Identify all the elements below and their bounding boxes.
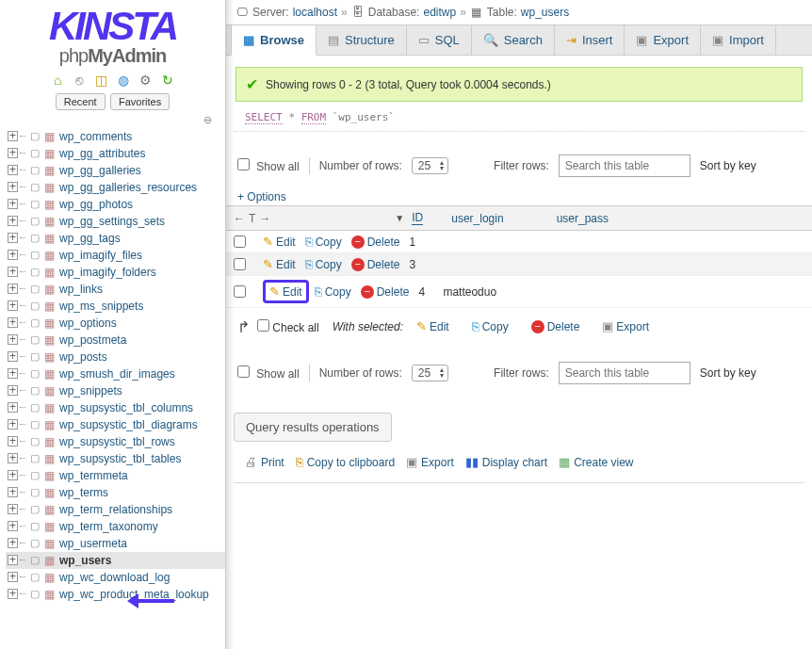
table-tree-item[interactable]: +▢▦wp_imagify_folders (6, 264, 225, 281)
new-window-icon[interactable]: ▢ (28, 350, 41, 364)
expand-icon[interactable]: + (8, 351, 18, 362)
showall-checkbox[interactable]: Show all (237, 158, 300, 173)
table-tree-item[interactable]: +▢▦wp_usermeta (6, 535, 225, 552)
favorites-button[interactable]: Favorites (110, 93, 170, 110)
expand-icon[interactable]: + (8, 402, 18, 413)
rows-select-bottom[interactable]: 25▴▾ (412, 365, 448, 381)
qro-clipboard[interactable]: ⎘Copy to clipboard (296, 455, 395, 469)
expand-icon[interactable]: + (8, 419, 18, 430)
checkall-checkbox[interactable]: Check all (257, 319, 319, 334)
row-copy[interactable]: ⎘Copy (315, 284, 351, 299)
home-icon[interactable]: ⌂ (50, 73, 65, 88)
expand-icon[interactable]: + (8, 148, 18, 158)
new-window-icon[interactable]: ▢ (28, 147, 41, 160)
row-delete[interactable]: −Delete (351, 258, 400, 271)
expand-icon[interactable]: + (8, 233, 18, 243)
new-window-icon[interactable]: ▢ (28, 283, 41, 296)
table-tree-item[interactable]: +▢▦wp_terms (6, 484, 225, 501)
navpanel-icon[interactable]: ◍ (116, 73, 131, 88)
expand-icon[interactable]: + (8, 317, 18, 328)
expand-icon[interactable]: + (8, 216, 18, 226)
qro-chart[interactable]: ▮▮Display chart (465, 455, 547, 469)
table-tree-item[interactable]: +▢▦wp_term_relationships (6, 501, 225, 518)
bulk-copy[interactable]: ⎘Copy (472, 319, 509, 333)
row-edit[interactable]: ✎Edit (263, 235, 296, 249)
qro-print[interactable]: 🖨Print (245, 455, 284, 469)
tab-export[interactable]: ▣Export (624, 25, 701, 55)
table-tree-item[interactable]: +▢▦wp_term_taxonomy (6, 518, 225, 535)
table-tree-item[interactable]: +▢▦wp_ms_snippets (6, 298, 225, 315)
expand-icon[interactable]: + (8, 470, 18, 480)
tab-insert[interactable]: ⇥Insert (554, 25, 625, 55)
new-window-icon[interactable]: ▢ (28, 249, 41, 262)
table-tree-item[interactable]: +▢▦wp_gg_galleries_resources (6, 179, 225, 196)
filter-input-bottom[interactable] (559, 362, 690, 384)
expand-icon[interactable]: + (8, 521, 18, 531)
tab-browse[interactable]: ▦Browse (231, 25, 317, 56)
row-copy[interactable]: ⎘Copy (305, 235, 342, 249)
rows-select[interactable]: 25▴▾ (412, 157, 448, 174)
expand-icon[interactable]: + (8, 165, 18, 175)
settings-icon[interactable]: ⚙ (138, 73, 154, 88)
expand-icon[interactable]: + (8, 555, 18, 565)
new-window-icon[interactable]: ▢ (28, 198, 41, 211)
new-window-icon[interactable]: ▢ (28, 316, 41, 330)
expand-icon[interactable]: + (8, 487, 18, 497)
expand-icon[interactable]: + (8, 572, 18, 582)
bulk-edit[interactable]: ✎Edit (416, 319, 449, 333)
row-checkbox[interactable] (234, 258, 246, 270)
table-tree-item[interactable]: +▢▦wp_termmeta (6, 467, 225, 484)
row-checkbox[interactable] (234, 235, 246, 248)
tab-structure[interactable]: ▤Structure (316, 25, 407, 55)
row-edit[interactable]: ✎Edit (263, 257, 296, 271)
table-tree-item[interactable]: +▢▦wp_supsystic_tbl_columns (6, 399, 225, 416)
new-window-icon[interactable]: ▢ (28, 300, 41, 313)
row-checkbox[interactable] (234, 285, 246, 298)
table-tree-item[interactable]: +▢▦wp_options (6, 315, 225, 332)
new-window-icon[interactable]: ▢ (28, 401, 41, 414)
t-handle-icon[interactable]: T (249, 212, 257, 225)
expand-icon[interactable]: + (8, 267, 18, 277)
new-window-icon[interactable]: ▢ (28, 554, 41, 567)
expand-icon[interactable]: + (8, 131, 18, 141)
row-edit[interactable]: ✎Edit (263, 280, 309, 303)
new-window-icon[interactable]: ▢ (28, 520, 41, 533)
expand-icon[interactable]: + (8, 182, 18, 192)
arrow-left-icon[interactable]: ← (234, 212, 247, 225)
logout-icon[interactable]: ⎋ (72, 73, 87, 88)
table-tree-item[interactable]: +▢▦wp_posts (6, 349, 225, 365)
options-link[interactable]: + Options (226, 190, 812, 203)
new-window-icon[interactable]: ▢ (28, 232, 41, 245)
expand-icon[interactable]: + (8, 453, 18, 463)
new-window-icon[interactable]: ▢ (28, 486, 41, 499)
new-window-icon[interactable]: ▢ (28, 503, 41, 516)
recent-button[interactable]: Recent (56, 93, 106, 110)
expand-icon[interactable]: + (8, 385, 18, 396)
new-window-icon[interactable]: ▢ (28, 181, 41, 194)
new-window-icon[interactable]: ▢ (28, 452, 41, 465)
tab-sql[interactable]: ▭SQL (406, 25, 472, 55)
bulk-export[interactable]: ▣Export (602, 319, 649, 333)
bc-table-link[interactable]: wp_users (521, 6, 569, 19)
expand-icon[interactable]: + (8, 436, 18, 446)
bc-db-link[interactable]: editwp (423, 6, 456, 19)
table-tree-item[interactable]: +▢▦wp_wc_product_meta_lookup (6, 586, 225, 603)
arrow-right-icon[interactable]: → (259, 212, 272, 225)
col-userlogin[interactable]: user_login (451, 212, 503, 225)
table-tree-item[interactable]: +▢▦wp_gg_tags (6, 230, 225, 247)
expand-icon[interactable]: + (8, 589, 18, 599)
table-tree-item[interactable]: +▢▦wp_supsystic_tbl_rows (6, 433, 225, 450)
new-window-icon[interactable]: ▢ (28, 384, 41, 398)
new-window-icon[interactable]: ▢ (28, 367, 41, 381)
table-tree-item[interactable]: +▢▦wp_gg_galleries (6, 162, 225, 179)
expand-icon[interactable]: + (8, 368, 18, 379)
table-tree-item[interactable]: +▢▦wp_gg_photos (6, 196, 225, 213)
table-tree-item[interactable]: +▢▦wp_snippets (6, 382, 225, 399)
qro-export[interactable]: ▣Export (406, 455, 454, 469)
col-id[interactable]: ID (412, 211, 423, 225)
expand-icon[interactable]: + (8, 300, 18, 311)
new-window-icon[interactable]: ▢ (28, 164, 41, 177)
row-delete[interactable]: −Delete (361, 285, 410, 299)
new-window-icon[interactable]: ▢ (28, 418, 41, 431)
row-delete[interactable]: −Delete (351, 235, 400, 249)
